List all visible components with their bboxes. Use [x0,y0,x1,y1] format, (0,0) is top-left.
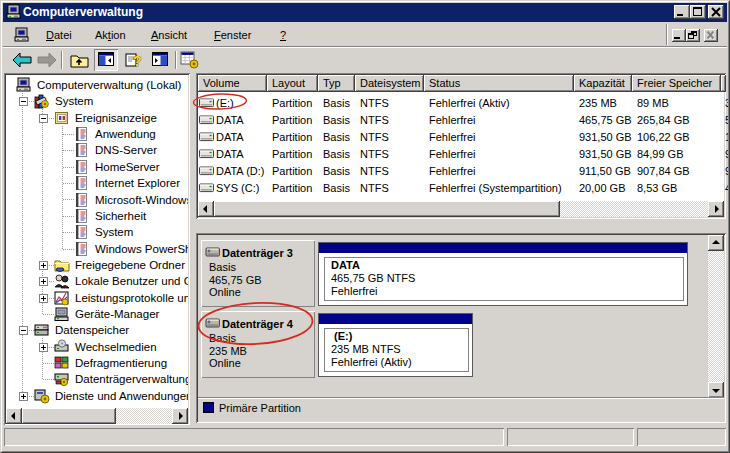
svg-text:?: ? [133,53,142,69]
